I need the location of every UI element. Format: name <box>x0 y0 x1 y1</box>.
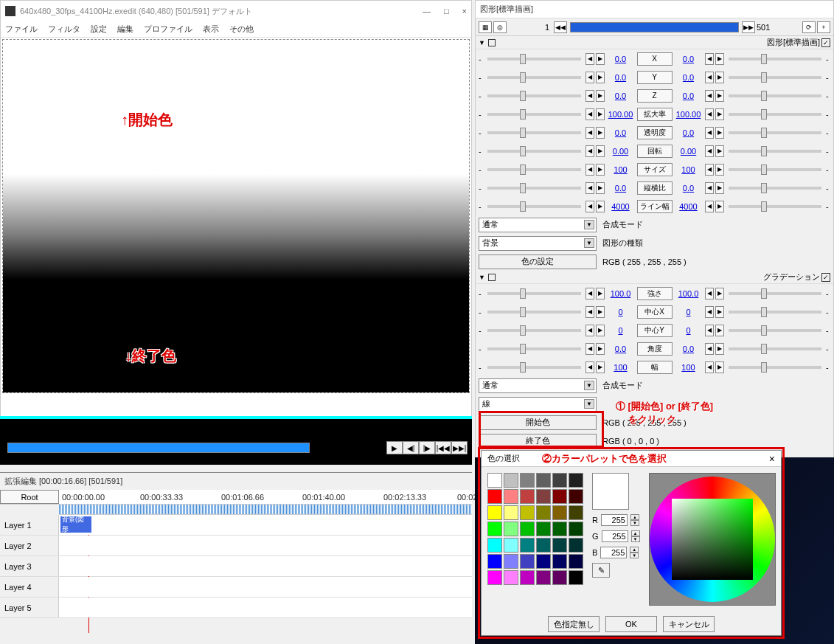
param-name-button[interactable]: Y <box>637 71 673 84</box>
param-slider-right[interactable] <box>729 329 822 332</box>
grad-blend-select[interactable]: 通常 <box>479 378 597 393</box>
layer-5-track[interactable] <box>59 598 472 617</box>
menu-file[interactable]: ファイル <box>5 24 38 35</box>
param-value-right[interactable]: 0.0 <box>674 91 703 100</box>
spin-right-down[interactable]: ◀ <box>705 288 714 300</box>
blend-mode-select[interactable]: 通常 <box>479 218 597 232</box>
spin-right-up[interactable]: ▶ <box>715 306 724 318</box>
spin-right-up[interactable]: ▶ <box>715 325 724 336</box>
param-name-button[interactable]: Z <box>637 89 673 103</box>
root-button[interactable]: Root <box>0 490 59 504</box>
param-value-left[interactable]: 0.0 <box>606 184 636 193</box>
collapse-icon[interactable]: ▼ <box>479 39 485 46</box>
spin-left-up[interactable]: ▶ <box>596 53 605 65</box>
param-slider-left[interactable] <box>487 76 581 79</box>
spin-right-up[interactable]: ▶ <box>715 343 724 355</box>
param-slider-left[interactable] <box>487 168 581 171</box>
section-gradient-header[interactable]: ▼ グラデーション ✓ <box>476 271 833 284</box>
param-value-right[interactable]: 0.0 <box>674 73 703 82</box>
play-button[interactable]: ▶ <box>386 441 403 454</box>
spin-left-up[interactable]: ▶ <box>596 288 605 300</box>
layer-5-label[interactable]: Layer 5 <box>0 598 59 617</box>
layer-4-track[interactable] <box>59 577 472 597</box>
section-shape-header[interactable]: ▼ 図形[標準描画] ✓ <box>476 36 833 49</box>
param-value-left[interactable]: 4000 <box>606 202 636 211</box>
param-name-button[interactable]: 中心Y <box>637 324 673 337</box>
section-check-icon-2[interactable]: ✓ <box>821 273 830 282</box>
timeline-ruler[interactable]: 00:00:00.00 00:00:33.33 00:01:06.66 00:0… <box>59 490 472 504</box>
param-value-right[interactable]: 4000 <box>674 202 703 211</box>
param-value-left[interactable]: 0 <box>606 308 636 316</box>
param-slider-left[interactable] <box>487 366 581 369</box>
spin-left-down[interactable]: ◀ <box>585 182 594 194</box>
menu-settings[interactable]: 設定 <box>91 24 107 35</box>
param-slider-right[interactable] <box>729 168 822 171</box>
enable-checkbox-2[interactable] <box>488 274 496 281</box>
param-value-right[interactable]: 0.0 <box>674 128 703 137</box>
spin-left-down[interactable]: ◀ <box>585 306 594 318</box>
step-fwd-button[interactable]: |▶ <box>419 441 435 454</box>
param-name-button[interactable]: 透明度 <box>637 126 673 139</box>
param-value-right[interactable]: 0 <box>674 308 703 316</box>
param-value-left[interactable]: 100.0 <box>606 289 636 298</box>
spin-left-up[interactable]: ▶ <box>596 127 605 139</box>
menu-profile[interactable]: プロファイル <box>144 24 192 35</box>
param-slider-right[interactable] <box>729 113 822 116</box>
spin-left-up[interactable]: ▶ <box>596 361 605 373</box>
param-value-right[interactable]: 100 <box>674 363 703 372</box>
spin-left-down[interactable]: ◀ <box>585 145 594 157</box>
spin-right-up[interactable]: ▶ <box>715 90 724 102</box>
param-name-button[interactable]: X <box>637 52 673 66</box>
collapse-icon-2[interactable]: ▼ <box>479 274 485 281</box>
param-slider-right[interactable] <box>729 205 822 208</box>
spin-left-down[interactable]: ◀ <box>585 325 594 336</box>
spin-left-up[interactable]: ▶ <box>596 306 605 318</box>
spin-left-up[interactable]: ▶ <box>596 325 605 336</box>
spin-right-up[interactable]: ▶ <box>715 145 724 157</box>
toolbar-add-icon[interactable]: + <box>817 21 830 33</box>
spin-right-down[interactable]: ◀ <box>705 127 714 139</box>
spin-right-up[interactable]: ▶ <box>715 108 724 120</box>
spin-right-down[interactable]: ◀ <box>705 145 714 157</box>
shape-type-select[interactable]: 背景 <box>479 236 597 251</box>
param-slider-right[interactable] <box>729 150 822 153</box>
menu-filter[interactable]: フィルタ <box>48 24 80 35</box>
param-slider-left[interactable] <box>487 58 581 60</box>
param-value-right[interactable]: 0 <box>674 326 703 335</box>
param-slider-left[interactable] <box>487 187 581 190</box>
param-name-button[interactable]: サイズ <box>637 163 673 176</box>
spin-right-down[interactable]: ◀ <box>705 90 714 102</box>
param-value-left[interactable]: 0.0 <box>606 91 636 100</box>
param-slider-right[interactable] <box>729 292 822 295</box>
param-slider-left[interactable] <box>487 113 581 116</box>
enable-checkbox[interactable] <box>488 39 496 46</box>
param-slider-left[interactable] <box>487 347 581 350</box>
param-value-right[interactable]: 100 <box>674 165 703 174</box>
frame-progress[interactable] <box>570 22 739 32</box>
spin-right-down[interactable]: ◀ <box>705 108 714 120</box>
param-slider-right[interactable] <box>729 347 822 350</box>
param-slider-left[interactable] <box>487 150 581 153</box>
toolbar-icon-2[interactable]: ◎ <box>493 21 507 33</box>
spin-right-up[interactable]: ▶ <box>715 182 724 194</box>
spin-right-down[interactable]: ◀ <box>705 201 714 212</box>
go-end-button[interactable]: ▶▶| <box>451 441 468 454</box>
spin-left-down[interactable]: ◀ <box>585 53 594 65</box>
spin-left-up[interactable]: ▶ <box>596 72 605 83</box>
param-name-button[interactable]: 回転 <box>637 145 673 158</box>
color-setting-button[interactable]: 色の設定 <box>479 255 597 269</box>
param-slider-left[interactable] <box>487 292 581 295</box>
param-slider-left[interactable] <box>487 311 581 314</box>
spin-left-up[interactable]: ▶ <box>596 164 605 176</box>
spin-right-down[interactable]: ◀ <box>705 306 714 318</box>
param-slider-right[interactable] <box>729 94 822 97</box>
param-value-left[interactable]: 0.00 <box>606 147 636 156</box>
spin-left-up[interactable]: ▶ <box>596 145 605 157</box>
spin-left-up[interactable]: ▶ <box>596 343 605 355</box>
clip-bg[interactable]: 背景(図形 <box>60 516 91 533</box>
param-value-left[interactable]: 0.0 <box>606 128 636 137</box>
spin-right-down[interactable]: ◀ <box>705 325 714 336</box>
spin-left-down[interactable]: ◀ <box>585 108 594 120</box>
spin-right-up[interactable]: ▶ <box>715 361 724 373</box>
param-value-right[interactable]: 0.0 <box>674 184 703 193</box>
